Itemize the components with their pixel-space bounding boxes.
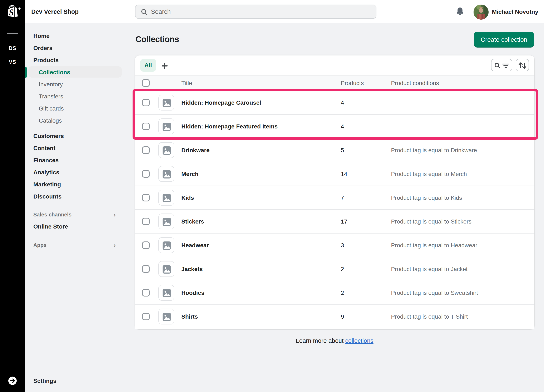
svg-text:S: S: [9, 7, 14, 17]
